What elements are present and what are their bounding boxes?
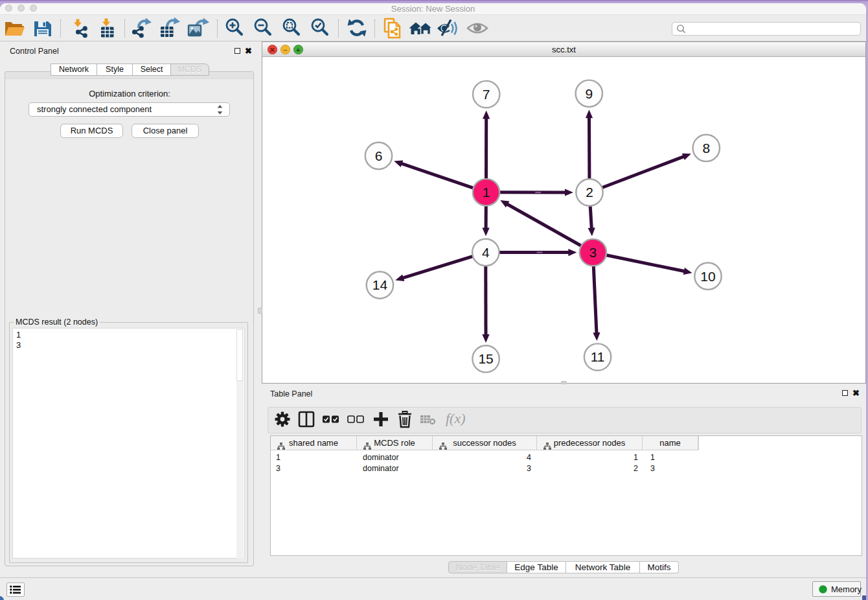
svg-text:3: 3 [589, 245, 597, 260]
svg-text:6: 6 [375, 148, 383, 163]
svg-text:15: 15 [478, 351, 493, 366]
svg-text:9: 9 [585, 86, 593, 101]
svg-text:10: 10 [700, 269, 715, 284]
svg-text:2: 2 [586, 185, 593, 200]
svg-text:11: 11 [591, 349, 605, 364]
svg-text:1: 1 [483, 185, 490, 200]
svg-text:4: 4 [482, 245, 490, 260]
svg-text:7: 7 [483, 87, 490, 102]
svg-text:8: 8 [702, 141, 710, 156]
svg-text:14: 14 [372, 277, 388, 292]
